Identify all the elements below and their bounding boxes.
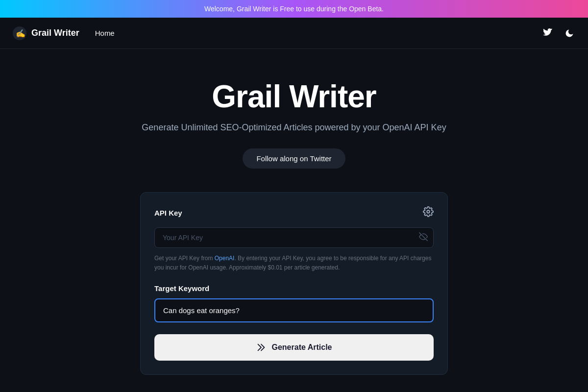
- settings-button[interactable]: [423, 206, 434, 220]
- hero-subtitle: Generate Unlimited SEO-Optimized Article…: [142, 122, 446, 133]
- api-key-section-header: API Key: [154, 206, 434, 220]
- generate-icon: [256, 342, 267, 353]
- twitter-nav-button[interactable]: [541, 26, 555, 40]
- hero-title: Grail Writer: [212, 78, 376, 115]
- svg-point-2: [427, 210, 430, 213]
- toggle-visibility-button[interactable]: [419, 232, 428, 243]
- navbar-actions: [541, 26, 576, 40]
- api-key-label: API Key: [154, 209, 182, 217]
- dark-mode-button[interactable]: [563, 26, 576, 40]
- navbar-nav: Home: [95, 29, 541, 37]
- openai-link[interactable]: OpenAI: [215, 255, 235, 262]
- top-banner: Welcome, Grail Writer is Free to use dur…: [0, 0, 588, 18]
- api-hint-text: Get your API Key from OpenAI. By enterin…: [154, 254, 434, 272]
- target-keyword-section: Target Keyword: [154, 284, 434, 334]
- follow-twitter-button[interactable]: Follow along on Twitter: [243, 148, 345, 169]
- nav-home-link[interactable]: Home: [95, 29, 115, 37]
- svg-text:✍: ✍: [16, 29, 25, 38]
- api-key-input-wrapper: [154, 227, 434, 248]
- twitter-icon: [543, 28, 553, 38]
- api-key-input[interactable]: [154, 227, 434, 248]
- api-hint-prefix: Get your API Key from: [154, 255, 215, 262]
- main-card: API Key Get your API Key from OpenAI. By…: [140, 192, 448, 375]
- navbar-logo[interactable]: ✍ Grail Writer: [12, 25, 79, 41]
- generate-btn-label: Generate Article: [271, 343, 332, 352]
- navbar: ✍ Grail Writer Home: [0, 18, 588, 49]
- grail-writer-logo-icon: ✍: [12, 25, 27, 41]
- generate-article-button[interactable]: Generate Article: [154, 334, 434, 361]
- main-content: Grail Writer Generate Unlimited SEO-Opti…: [0, 49, 588, 375]
- target-keyword-input[interactable]: [154, 298, 434, 322]
- gear-icon: [423, 206, 434, 217]
- moon-icon: [564, 28, 574, 38]
- navbar-logo-text: Grail Writer: [31, 28, 79, 38]
- banner-text: Welcome, Grail Writer is Free to use dur…: [204, 5, 384, 13]
- eye-off-icon: [419, 232, 428, 241]
- target-keyword-label: Target Keyword: [154, 284, 434, 293]
